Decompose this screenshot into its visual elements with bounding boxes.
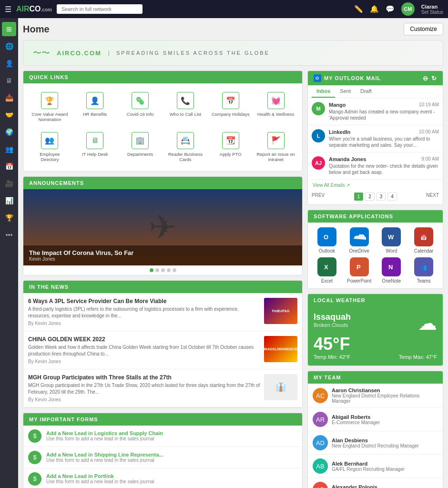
- outlook-refresh-icon[interactable]: ↻: [431, 75, 437, 82]
- sidebar-item-groups[interactable]: 👥: [2, 142, 16, 156]
- quick-link-3[interactable]: 📞 Who to Call List: [164, 88, 207, 126]
- quick-link-1[interactable]: 👤 HR Benefits: [73, 88, 117, 126]
- site-logo[interactable]: AIRCO.com: [16, 5, 52, 13]
- quick-link-label-0: Core Value Award Nomination: [30, 112, 70, 122]
- news-body-2: Golden Week and how it affects trade Chi…: [28, 344, 260, 357]
- quick-link-4[interactable]: 📅 Company Holidays: [209, 88, 252, 126]
- sidebar-item-calendar[interactable]: 📅: [2, 159, 16, 173]
- announcements-header: ANNOUNCEMENTS: [23, 177, 302, 189]
- view-all-emails-link[interactable]: View All Emails ↗: [313, 183, 350, 188]
- weather-content: Issaquah Broken Clouds ☁ 45°F Temp Min: …: [308, 306, 443, 366]
- mail-tab-sent[interactable]: Sent: [335, 85, 356, 98]
- app-onenote[interactable]: N OneNote: [377, 257, 406, 284]
- sidebar-item-profile[interactable]: 👤: [2, 56, 16, 71]
- app-word[interactable]: W Word: [377, 227, 406, 254]
- word-label: Word: [386, 248, 397, 254]
- form-item-1[interactable]: $ Add a New Lead in Shipping Line Repres…: [23, 447, 302, 468]
- quick-link-10[interactable]: 📆 Apply PTO: [209, 128, 252, 166]
- quick-link-0[interactable]: 🏆 Core Value Award Nomination: [28, 88, 71, 126]
- mail-time-1: 10:00 AM: [419, 129, 439, 135]
- news-author-3: By Kevin Jones: [28, 397, 260, 402]
- next-button[interactable]: NEXT: [426, 193, 439, 201]
- quick-link-11[interactable]: 🚩 Report an Issue on Intranet: [254, 128, 297, 166]
- team-member-1[interactable]: AR Abigail Roberts E-Commerce Manager: [308, 408, 443, 431]
- set-status-link[interactable]: Set Status: [421, 10, 443, 15]
- page-btn-3[interactable]: 3: [377, 193, 386, 201]
- app-powerpoint[interactable]: P PowerPoint: [345, 257, 374, 284]
- sidebar-item-network[interactable]: 🌐: [2, 39, 16, 53]
- announcement-image: ✈ The Impact Of Corona Virus, So Far Kev…: [23, 189, 302, 265]
- hamburger-menu[interactable]: ☰: [5, 5, 11, 14]
- dot-4[interactable]: [167, 268, 171, 272]
- weather-header: LOCAL WEATHER: [308, 294, 443, 306]
- quick-link-2[interactable]: 🦠 Covid-19 Info: [119, 88, 162, 126]
- news-item-2[interactable]: CHINA GOLDEN WEEK 2022 Golden Week and h…: [23, 331, 302, 369]
- form-item-2[interactable]: $ Add a New Lead in Portlink Use this fo…: [23, 468, 302, 488]
- mail-tab-draft[interactable]: Draft: [356, 85, 377, 98]
- form-desc-1: Use this form to add a new lead in the s…: [46, 458, 297, 463]
- dot-5[interactable]: [173, 268, 176, 272]
- app-excel[interactable]: X Excel: [313, 257, 341, 284]
- team-member-0[interactable]: AC Aaron Christiansen New England Distri…: [308, 384, 443, 408]
- sidebar-item-inbox[interactable]: 📥: [2, 91, 16, 105]
- quick-link-9[interactable]: 📇 Reader Business Cards: [164, 128, 207, 166]
- mail-item-1[interactable]: L LinkedIn 10:00 AM When you're a small …: [308, 125, 443, 152]
- page-btn-2[interactable]: 2: [365, 193, 375, 201]
- mail-item-2[interactable]: AJ Amanda Jones 9:00 AM Quotation for th…: [308, 152, 443, 180]
- page-title: Home: [23, 24, 50, 35]
- mail-item-0[interactable]: M Mango 10:19 AM Mango Admin has created…: [308, 98, 443, 125]
- quick-link-7[interactable]: 🖥 IT Help Desk: [73, 128, 117, 166]
- page-btn-4[interactable]: 4: [387, 193, 397, 201]
- edit-icon[interactable]: ✏️: [354, 5, 363, 13]
- user-avatar[interactable]: CM: [401, 2, 415, 16]
- form-item-0[interactable]: $ Add a New Lead in Logistics and Supply…: [23, 426, 302, 447]
- team-member-4[interactable]: AP Alexander Polonis Washington Region E…: [308, 478, 443, 488]
- quick-link-icon-6: 👥: [41, 132, 58, 149]
- quick-link-6[interactable]: 👥 Employee Directory: [28, 128, 71, 166]
- mail-sender-2: Amanda Jones: [329, 156, 366, 162]
- quick-link-5[interactable]: 💓 Health & Wellness: [254, 88, 297, 126]
- dot-1[interactable]: [150, 268, 153, 272]
- dot-3[interactable]: [161, 268, 165, 272]
- news-section: IN THE NEWS 6 Ways A 3PL Service Provide…: [23, 280, 303, 408]
- news-item-3[interactable]: MGH Group Participates with Three Stalls…: [23, 369, 302, 407]
- app-teams[interactable]: 👥 Teams: [409, 257, 438, 284]
- bell-icon[interactable]: 🔔: [370, 5, 379, 13]
- sidebar-item-video[interactable]: 🎥: [2, 176, 16, 191]
- temp-min: Temp Min: 42°F: [314, 354, 350, 360]
- chat-icon[interactable]: 💬: [386, 5, 395, 13]
- sidebar-item-connections[interactable]: 🤝: [2, 108, 16, 122]
- quick-link-8[interactable]: 🏢 Departments: [119, 128, 162, 166]
- user-info: Ciaran Set Status: [421, 4, 443, 15]
- team-member-2[interactable]: AD Alan Desbiens New England District Re…: [308, 431, 443, 455]
- onenote-icon: N: [382, 257, 401, 276]
- news-item-1[interactable]: 6 Ways A 3PL Service Provider Can Be Mor…: [23, 293, 302, 331]
- page-btn-1[interactable]: 1: [354, 193, 364, 201]
- sidebar-item-home[interactable]: ⊞: [2, 22, 16, 36]
- team-name-4: Alexander Polonis: [332, 484, 438, 488]
- prev-button[interactable]: PREV: [312, 193, 325, 201]
- outlook-expand-icon[interactable]: ⊖: [423, 75, 428, 82]
- sidebar-item-analytics[interactable]: 📊: [2, 193, 16, 208]
- banner-divider: |: [108, 50, 110, 56]
- teams-label: Teams: [417, 278, 430, 284]
- app-calendar[interactable]: 📅 Calendar: [409, 227, 438, 254]
- sidebar-item-more[interactable]: •••: [2, 228, 16, 242]
- search-input[interactable]: [57, 4, 143, 14]
- app-outlook[interactable]: O Outlook: [313, 227, 341, 254]
- app-onedrive[interactable]: OneDrive: [345, 227, 374, 254]
- team-member-3[interactable]: AB Alek Bernhard GA/FL Region Recruiting…: [308, 455, 443, 478]
- team-name-1: Abigail Roberts: [332, 414, 438, 420]
- sidebar-item-awards[interactable]: 🏆: [2, 211, 16, 225]
- mail-time-0: 10:19 AM: [419, 102, 439, 108]
- team-role-1: E-Commerce Manager: [332, 420, 438, 425]
- onedrive-icon: [350, 227, 369, 246]
- sidebar-item-globe[interactable]: 🌍: [2, 125, 16, 139]
- dot-2[interactable]: [155, 268, 159, 272]
- quick-link-icon-10: 📆: [222, 132, 239, 149]
- mail-tabs: Inbox Sent Draft: [308, 85, 443, 98]
- mail-tab-inbox[interactable]: Inbox: [312, 85, 335, 98]
- sidebar: ⊞ 🌐 👤 🖥 📥 🤝 🌍 👥 📅 🎥 📊 🏆 •••: [0, 18, 18, 488]
- sidebar-item-monitor[interactable]: 🖥: [2, 73, 16, 88]
- customize-button[interactable]: Customize: [404, 23, 443, 35]
